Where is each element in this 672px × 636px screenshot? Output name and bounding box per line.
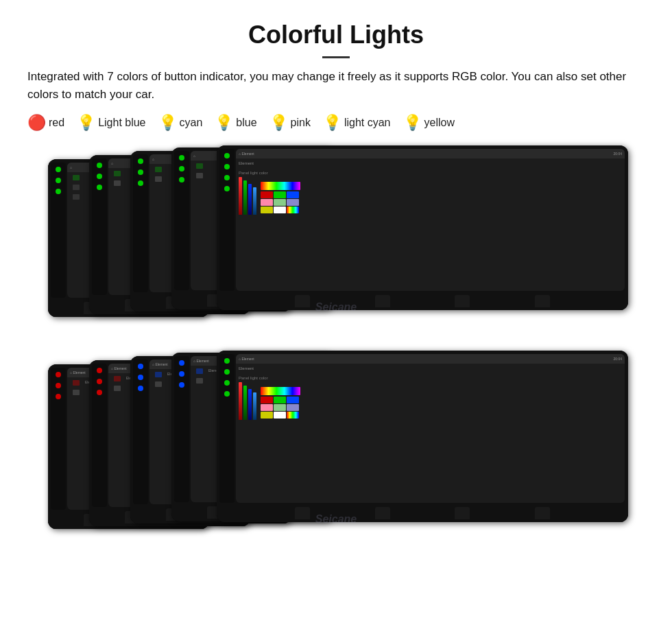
bulb-icon-lightcyan: 💡 — [323, 115, 341, 130]
b4-led-2 — [179, 371, 184, 377]
bar-lightblue — [253, 187, 256, 215]
b2-led-3 — [97, 390, 102, 395]
color-palette — [261, 182, 300, 288]
b-palette-grid — [261, 397, 300, 419]
b2-led-1 — [97, 368, 102, 373]
bottom-device-5-tabs — [217, 504, 628, 522]
led-home-2 — [97, 163, 102, 168]
b-led-3 — [56, 394, 61, 399]
bulb-icon-pink: 💡 — [269, 115, 288, 130]
page-title: Colorful Lights — [27, 21, 645, 49]
bottom-status-bar: ⌂ Element 20:04 — [236, 354, 625, 364]
b2-led-2 — [97, 379, 102, 384]
cell-blue — [287, 191, 299, 198]
color-bars — [239, 182, 256, 215]
rainbow-bar — [261, 182, 300, 190]
color-label-blue: blue — [236, 117, 256, 129]
bottom-time: 20:04 — [613, 357, 622, 361]
device-5-screen: ⌂ Element 20:04 Element Panel light colo… — [236, 149, 625, 291]
page-container: Colorful Lights Integrated with 7 colors… — [0, 0, 672, 570]
cell-green — [274, 191, 286, 198]
color-item-lightblue: 💡 Light blue — [77, 115, 145, 130]
cell-ltblue — [287, 199, 299, 206]
bulb-icon-yellow: 💡 — [403, 115, 422, 130]
b-cell-rainbow — [287, 412, 299, 419]
color-item-pink: 💡 pink — [269, 115, 311, 130]
color-label-pink: pink — [291, 117, 311, 129]
led-power-2 — [97, 174, 102, 179]
device-1-leftbar — [51, 163, 66, 298]
bottom-device-3-leftbar — [133, 360, 148, 504]
color-label-red: red — [49, 117, 64, 129]
b-led-2 — [56, 383, 61, 388]
b5-led-1 — [224, 358, 230, 364]
color-item-yellow: 💡 yellow — [403, 115, 455, 130]
b-cell-yellow — [261, 412, 273, 419]
device-5-leftbar — [219, 149, 235, 291]
bottom-device-1-leftbar — [51, 368, 66, 510]
b4-led-1 — [179, 360, 184, 366]
device-4-leftbar — [174, 151, 189, 290]
screen-app-label: Element — [239, 161, 622, 165]
color-item-red: 🔴 red — [27, 115, 64, 130]
bulb-icon-blue: 💡 — [215, 115, 233, 130]
device-5-tabs — [217, 292, 628, 310]
status-1: ⌂ — [70, 165, 72, 169]
b-cell-ltblue — [287, 404, 299, 411]
bottom-device-2-leftbar — [92, 364, 107, 507]
panel-light-area — [239, 182, 622, 288]
bulb-icon-lightblue: 💡 — [77, 115, 95, 130]
color-item-cyan: 💡 cyan — [158, 115, 203, 130]
led-power-5 — [224, 164, 230, 169]
cell-rainbow — [287, 207, 299, 213]
bulb-icon-red: 🔴 — [27, 115, 46, 130]
color-item-blue: 💡 blue — [215, 115, 256, 130]
status-bar-5: ⌂ Element 20:04 — [236, 149, 625, 158]
panel-light-label: Panel light color — [239, 171, 622, 175]
led-back-5 — [224, 186, 230, 191]
b-cell-green — [274, 397, 286, 403]
b3-led-1 — [138, 364, 143, 369]
bar-red — [239, 177, 242, 215]
b-bar-red — [239, 382, 242, 420]
color-indicators-row: 🔴 red 💡 Light blue 💡 cyan 💡 blue 💡 pink … — [27, 115, 645, 130]
bar-blue — [248, 184, 252, 215]
led-home — [56, 167, 61, 172]
b-cell-red — [261, 397, 273, 403]
bottom-color-bars — [239, 387, 256, 420]
led-power-4 — [179, 166, 184, 172]
title-section: Colorful Lights — [27, 21, 645, 58]
b3-led-2 — [138, 375, 143, 380]
b-cell-white — [274, 412, 286, 419]
color-item-lightcyan: 💡 light cyan — [323, 115, 391, 130]
b5-panel-label: Panel light color — [239, 376, 622, 380]
palette-grid — [261, 191, 300, 213]
cell-ltgreen — [274, 199, 286, 206]
led-home-5 — [224, 153, 230, 158]
device-5-main: ⌂ Element 20:04 Element Panel light colo… — [217, 145, 628, 310]
b-bar-ltblue — [253, 392, 256, 420]
led-home-3 — [138, 158, 143, 164]
color-label-lightcyan: light cyan — [344, 117, 391, 129]
b5-led-2 — [224, 369, 230, 375]
led-nav-4 — [179, 177, 184, 182]
led-power-3 — [138, 169, 143, 175]
led-power — [56, 178, 61, 183]
b-bar-blue — [248, 389, 252, 420]
bottom-panel-light-area — [239, 387, 622, 500]
led-nav-3 — [138, 180, 143, 186]
time-display: 20:04 — [613, 152, 622, 156]
bar-green — [243, 180, 247, 215]
device-2-leftbar — [92, 158, 107, 295]
b-cell-ltgreen — [274, 404, 286, 411]
bulb-icon-cyan: 💡 — [158, 115, 177, 130]
top-device-group: ⌂ — [27, 145, 645, 341]
b-rainbow-bar — [261, 387, 300, 395]
cell-pink — [261, 199, 273, 206]
b-cell-pink — [261, 404, 273, 411]
led-nav — [56, 189, 61, 194]
title-divider — [322, 56, 350, 58]
bottom-color-palette — [261, 387, 300, 500]
b-led-1 — [56, 372, 61, 377]
device-3-leftbar — [133, 154, 148, 292]
